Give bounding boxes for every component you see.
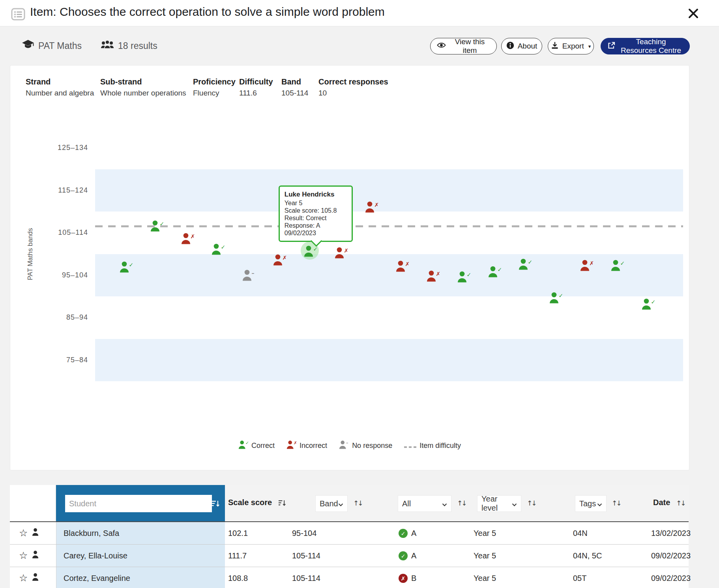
legend-label: Correct [251, 442, 275, 450]
tags-cell: 04N, 5C [573, 545, 602, 567]
results-count: 18 results [101, 39, 157, 52]
table-row[interactable]: ☆Carey, Ella-Louise111.7105-114Year 504N… [10, 545, 689, 567]
student-cell: Carey, Ella-Louise [56, 545, 225, 567]
student-tooltip: Luke Hendricks Year 5 Scale score: 105.8… [279, 185, 353, 242]
item-report-page: Item: Chooses the correct operation to s… [0, 0, 719, 588]
meta-value-3: 111.6 [239, 89, 257, 97]
table-row[interactable]: ☆Cortez, Evangeline108.8105-114Year 505T… [10, 567, 689, 588]
favorite-star-button[interactable]: ☆ [19, 522, 28, 544]
meta-value-2: Fluency [193, 89, 219, 97]
student-profile-button[interactable] [32, 573, 41, 582]
svg-text:–: – [346, 440, 348, 446]
product-label: PAT Maths [22, 39, 82, 52]
band-filter-select[interactable]: Band [315, 495, 348, 512]
y-axis-band-label: 115–124 [51, 169, 88, 212]
svg-text:✓: ✓ [245, 440, 249, 446]
y-axis-band-label: 125–134 [51, 127, 88, 169]
scale-score-sort-icon[interactable] [278, 499, 286, 508]
svg-text:✗: ✗ [190, 233, 195, 239]
export-button[interactable]: Export ▾ [548, 38, 594, 54]
date-cell: 09/02/2023 [651, 545, 691, 567]
response-sort-icon[interactable]: ↑↓ [457, 499, 466, 507]
export-caret-icon: ▾ [588, 43, 591, 49]
student-point-incorrect[interactable]: ✗ [427, 270, 440, 282]
view-this-item-button[interactable]: View this item [430, 38, 497, 54]
y-axis-band-label: 85–94 [51, 296, 88, 339]
student-point-correct[interactable]: ✓ [457, 271, 471, 283]
scale-score-cell: 102.1 [228, 522, 248, 544]
year-level-sort-icon[interactable]: ↑↓ [527, 499, 536, 507]
student-point-incorrect[interactable]: ✗ [580, 260, 594, 271]
student-point-correct[interactable]: ✓ [611, 260, 624, 271]
response-cell: B [411, 567, 416, 588]
table-header-row: Scale score Band ↑↓ All [10, 485, 689, 522]
meta-value-5: 10 [318, 89, 327, 97]
tooltip-response: Response: A [285, 222, 347, 229]
student-point-incorrect[interactable]: ✗ [335, 247, 348, 258]
response-filter-select[interactable]: All [398, 495, 451, 512]
legend-incorrect-icon: ✗ [286, 440, 297, 451]
about-button[interactable]: About [501, 38, 542, 54]
band-cell: 95-104 [292, 522, 316, 544]
correct-response-icon: ✓ [399, 551, 408, 560]
meta-label-4: Band [281, 77, 301, 86]
table-header-icons-cell [10, 485, 56, 521]
tooltip-student-name: Luke Hendricks [285, 191, 347, 198]
meta-label-1: Sub-strand [100, 77, 142, 86]
date-cell: 09/02/2023 [651, 567, 691, 588]
date-header: Date [653, 498, 670, 507]
meta-value-1: Whole number operations [100, 89, 186, 97]
item-list-icon [11, 7, 25, 23]
favorite-star-button[interactable]: ☆ [19, 567, 28, 588]
meta-label-3: Difficulty [239, 77, 273, 86]
student-profile-button[interactable] [32, 551, 41, 560]
item-difficulty-line [95, 225, 683, 227]
results-table: Scale score Band ↑↓ All [10, 485, 689, 588]
student-point-incorrect[interactable]: ✗ [181, 233, 195, 244]
student-point-no-response[interactable]: – [242, 270, 256, 281]
svg-text:✗: ✗ [590, 260, 594, 266]
svg-text:✗: ✗ [283, 255, 287, 261]
legend-item-no-response: –No response [339, 440, 392, 451]
student-point-incorrect[interactable]: ✗ [365, 201, 378, 213]
svg-text:✓: ✓ [559, 292, 563, 299]
tags-filter-select[interactable]: Tags [575, 495, 607, 512]
student-point-correct[interactable]: ✓ [120, 261, 133, 273]
student-sort-icon[interactable] [212, 500, 219, 509]
student-point-incorrect[interactable]: ✗ [273, 254, 286, 266]
tags-sort-icon[interactable]: ↑↓ [612, 499, 621, 507]
student-point-incorrect[interactable]: ✗ [396, 260, 409, 272]
student-search-input[interactable] [65, 495, 212, 512]
svg-text:✓: ✓ [620, 260, 624, 266]
band-stripe [95, 339, 683, 382]
date-cell: 13/02/2023 [651, 522, 691, 544]
meta-value-0: Number and algebra [26, 89, 94, 97]
graduation-cap-icon [22, 39, 34, 52]
legend-item-incorrect: ✗Incorrect [286, 440, 327, 451]
student-point-correct[interactable]: ✓ [304, 245, 317, 257]
svg-text:✗: ✗ [294, 440, 297, 446]
student-point-correct[interactable]: ✓ [488, 266, 502, 277]
year-level-filter-select[interactable]: Year level [477, 495, 521, 512]
student-point-correct[interactable]: ✓ [642, 298, 655, 310]
svg-text:✓: ✓ [221, 243, 225, 250]
date-sort-icon[interactable]: ↑↓ [676, 499, 685, 507]
meta-label-5: Correct responses [318, 77, 388, 86]
table-row[interactable]: ☆Blackburn, Safa102.195-104Year 504N13/0… [10, 522, 689, 545]
student-profile-button[interactable] [32, 528, 41, 537]
eye-icon [437, 42, 446, 51]
student-point-correct[interactable]: ✓ [150, 220, 164, 232]
close-button[interactable] [687, 7, 700, 21]
svg-text:✓: ✓ [129, 261, 133, 268]
meta-label-0: Strand [26, 77, 51, 86]
student-point-correct[interactable]: ✓ [212, 243, 225, 255]
plot-area: PAT Maths bands Luke Hendricks Year 5 Sc… [95, 127, 683, 381]
student-point-correct[interactable]: ✓ [549, 292, 563, 303]
tooltip-result: Result: Correct [285, 214, 347, 222]
teaching-resources-button[interactable]: Teaching Resources Centre [601, 38, 690, 54]
favorite-star-button[interactable]: ☆ [19, 545, 28, 567]
student-point-correct[interactable]: ✓ [519, 258, 532, 270]
y-axis-band-label: 75–84 [51, 339, 88, 382]
band-sort-icon[interactable]: ↑↓ [353, 499, 362, 507]
svg-text:✗: ✗ [344, 247, 348, 254]
